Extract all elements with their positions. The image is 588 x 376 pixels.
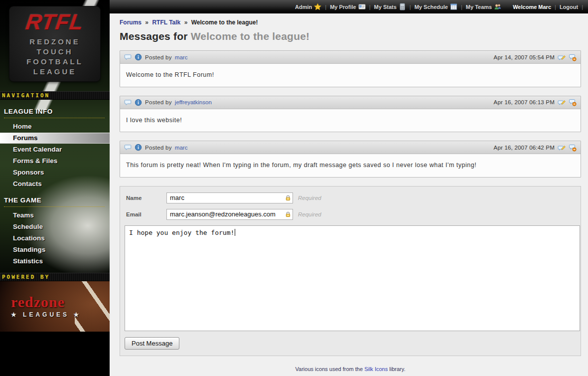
sidebar-menu: LEAGUE INFO Home Forums Event Calendar F…: [0, 100, 110, 267]
post-message-form: Name Required Email Required: [120, 186, 581, 356]
logout-link[interactable]: Logout: [560, 4, 578, 10]
name-field[interactable]: [166, 192, 293, 203]
star-icon: [314, 3, 321, 10]
delete-comment-icon[interactable]: [569, 98, 577, 106]
message-header: Posted by jeffreyatkinson Apr 16, 2007 0…: [120, 96, 581, 109]
message-body: This forum is pretty neat! When I'm typi…: [120, 154, 581, 177]
lock-icon: [285, 211, 292, 218]
comment-icon: [124, 53, 132, 61]
main-content: Forums » RTFL Talk » Welcome to the leag…: [110, 13, 588, 376]
breadcrumb-separator: »: [145, 19, 148, 26]
breadcrumb-current: Welcome to the league!: [191, 19, 258, 26]
email-field[interactable]: [166, 209, 293, 220]
message-body: I love this website!: [120, 109, 581, 132]
powered-by-header: POWERED BY: [2, 274, 50, 280]
welcome-user-label: Welcome Marc: [513, 4, 551, 10]
message-date: Apr 16, 2007 06:13 PM: [494, 99, 555, 105]
posted-by-label: Posted by: [145, 99, 172, 105]
redzone-leagues-logo[interactable]: redzone ★ LEAGUES ★: [0, 281, 110, 332]
navigation-led-bar: NAVIGATION: [0, 91, 110, 100]
required-hint: Required: [298, 211, 321, 217]
calendar-table-icon: [450, 3, 457, 10]
message-post: Posted by marc Apr 14, 2007 05:54 PM Wel…: [120, 50, 581, 87]
topbar-separator: |: [582, 4, 583, 10]
league-logo-acronym: RTFL: [24, 11, 85, 33]
group-icon: [494, 3, 501, 10]
sidebar-item-home[interactable]: Home: [0, 121, 110, 132]
posted-by-label: Posted by: [145, 145, 172, 151]
info-icon[interactable]: [135, 99, 142, 106]
message-date: Apr 14, 2007 05:54 PM: [494, 54, 555, 60]
message-textarea[interactable]: I hope you enjoy the forum!: [125, 225, 580, 331]
author-link[interactable]: marc: [175, 54, 188, 60]
lock-icon: [285, 194, 292, 201]
section-header-league-info: LEAGUE INFO: [4, 108, 105, 118]
sidebar-item-event-calendar[interactable]: Event Calendar: [0, 144, 110, 155]
footer-credits: Various icons used from the Silk Icons l…: [120, 366, 581, 376]
author-link[interactable]: jeffreyatkinson: [175, 99, 212, 105]
sidebar: RTFL REDZONE TOUCH FOOTBALL LEAGUE NAVIG…: [0, 0, 110, 376]
topbar-separator: |: [410, 4, 411, 10]
message-header: Posted by marc Apr 14, 2007 05:54 PM: [120, 51, 581, 64]
topbar-separator: |: [555, 4, 556, 10]
powered-by-led-bar: POWERED BY: [0, 273, 110, 281]
topbar-item-my-profile[interactable]: My Profile: [330, 3, 366, 10]
topbar-separator: |: [369, 4, 371, 10]
email-label: Email: [125, 211, 166, 217]
message-header: Posted by marc Apr 16, 2007 06:42 PM: [120, 141, 581, 154]
page-title-topic: Welcome to the league!: [191, 30, 310, 42]
author-link[interactable]: marc: [175, 145, 188, 151]
sidebar-item-schedule[interactable]: Schedule: [0, 221, 110, 232]
message-post: Posted by marc Apr 16, 2007 06:42 PM Thi…: [120, 141, 581, 178]
topbar-item-my-teams[interactable]: My Teams: [466, 3, 501, 10]
sidebar-item-forms-files[interactable]: Forms & Files: [0, 156, 110, 167]
required-hint: Required: [298, 195, 321, 201]
silk-icons-link[interactable]: Silk Icons: [364, 366, 388, 372]
redzone-logo-sub: ★ LEAGUES ★: [11, 311, 110, 318]
topbar: Admin | My Profile | My Stats | My Sched…: [110, 0, 588, 13]
league-logo-name: REDZONE TOUCH FOOTBALL LEAGUE: [26, 37, 83, 77]
navigation-header: NAVIGATION: [2, 92, 50, 99]
breadcrumb-forums-link[interactable]: Forums: [120, 19, 142, 26]
breadcrumb-rtfl-talk-link[interactable]: RTFL Talk: [152, 19, 180, 26]
message-date: Apr 16, 2007 06:42 PM: [494, 145, 555, 151]
section-header-the-game: THE GAME: [4, 196, 105, 207]
sidebar-item-locations[interactable]: Locations: [0, 233, 110, 244]
info-icon[interactable]: [135, 144, 142, 151]
edit-comment-icon[interactable]: [558, 98, 566, 106]
sidebar-item-teams[interactable]: Teams: [0, 210, 110, 221]
comment-icon: [124, 99, 132, 106]
edit-comment-icon[interactable]: [558, 144, 566, 152]
league-logo[interactable]: RTFL REDZONE TOUCH FOOTBALL LEAGUE: [9, 6, 100, 81]
delete-comment-icon[interactable]: [569, 144, 577, 152]
delete-comment-icon[interactable]: [569, 53, 577, 61]
topbar-separator: |: [461, 4, 462, 10]
sidebar-item-forums[interactable]: Forums: [0, 133, 110, 144]
page-title: Messages for Welcome to the league!: [120, 30, 581, 42]
topbar-separator: |: [325, 4, 326, 10]
topbar-item-my-stats[interactable]: My Stats: [374, 3, 406, 10]
breadcrumb: Forums » RTFL Talk » Welcome to the leag…: [120, 19, 581, 26]
info-icon[interactable]: [135, 53, 142, 61]
message-body: Welcome to the RTFL Forum!: [120, 64, 581, 87]
posted-by-label: Posted by: [145, 54, 172, 60]
comment-icon: [124, 144, 132, 151]
post-message-button[interactable]: Post Message: [125, 337, 179, 350]
topbar-item-admin[interactable]: Admin: [295, 3, 321, 10]
message-post: Posted by jeffreyatkinson Apr 16, 2007 0…: [120, 96, 581, 133]
sidebar-item-contacts[interactable]: Contacts: [0, 179, 110, 189]
sidebar-item-standings[interactable]: Standings: [0, 244, 110, 255]
redzone-logo-name: redzone: [11, 295, 110, 310]
sidebar-item-statistics[interactable]: Statistics: [0, 256, 110, 267]
vcard-icon: [358, 3, 366, 10]
sidebar-item-sponsors[interactable]: Sponsors: [0, 167, 110, 178]
topbar-item-my-schedule[interactable]: My Schedule: [415, 3, 457, 10]
name-label: Name: [125, 195, 166, 201]
edit-comment-icon[interactable]: [558, 53, 566, 61]
text-cursor: [235, 229, 235, 236]
breadcrumb-separator: »: [184, 19, 188, 26]
calculator-icon: [399, 3, 406, 10]
